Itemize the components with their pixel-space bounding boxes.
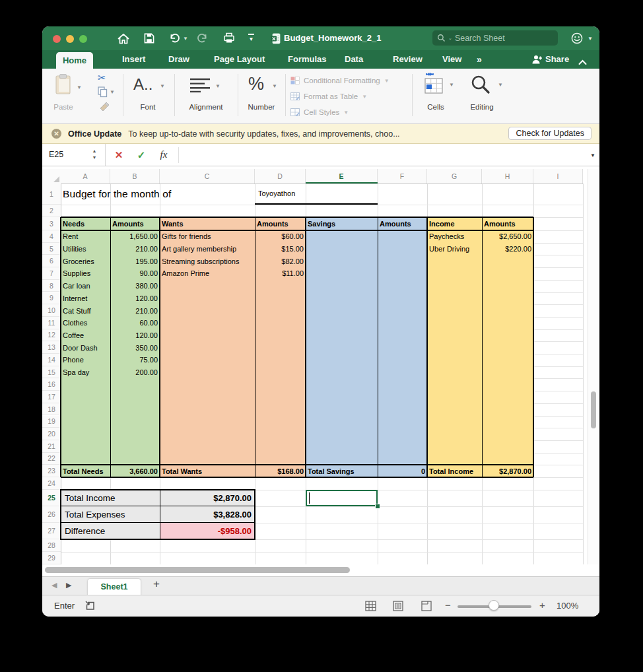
cell-B3[interactable]: Amounts [110, 217, 160, 230]
share-button[interactable]: Share [545, 50, 569, 69]
next-sheet-arrow[interactable]: ▶ [66, 581, 71, 589]
cell-C25[interactable]: $2,870.00 [160, 490, 255, 506]
row-header-29[interactable]: 29 [42, 552, 61, 564]
undo-icon[interactable] [169, 33, 181, 46]
cell-B11[interactable]: 60.00 [110, 317, 160, 329]
tab-view[interactable]: View [442, 50, 461, 69]
tab-data[interactable]: Data [345, 50, 363, 69]
minimize-window-button[interactable] [66, 35, 74, 43]
cell-A23[interactable]: Total Needs [61, 465, 110, 477]
zoom-slider-knob[interactable] [489, 600, 499, 611]
cell-A10[interactable]: Cat Stuff [61, 304, 110, 317]
row-header-19[interactable]: 19 [42, 416, 61, 428]
zoom-in-button[interactable]: + [539, 599, 545, 611]
font-icon[interactable]: A.. [133, 75, 152, 94]
cell-B5[interactable]: 210.00 [110, 243, 160, 255]
column-header-I[interactable]: I [533, 169, 583, 184]
tab-page-layout[interactable]: Page Layout [214, 50, 265, 69]
row-header-10[interactable]: 10 [42, 304, 61, 317]
check-for-updates-button[interactable]: Check for Updates [508, 127, 592, 140]
cell-A6[interactable]: Groceries [61, 255, 110, 267]
number-icon[interactable]: % [248, 74, 264, 94]
row-header-27[interactable]: 27 [42, 523, 61, 539]
cut-icon[interactable]: ✂ [98, 72, 106, 84]
row-header-8[interactable]: 8 [42, 280, 61, 292]
row-header-16[interactable]: 16 [42, 378, 61, 391]
zoom-level[interactable]: 100% [557, 601, 578, 611]
cell-G23[interactable]: Total Income [427, 465, 482, 477]
cell-B4[interactable]: 1,650.00 [110, 230, 160, 243]
cell-G4[interactable]: Paychecks [427, 230, 482, 243]
normal-view-icon[interactable] [365, 601, 376, 614]
format-as-table-button[interactable]: Format as Table ▼ [290, 90, 409, 103]
cell-A8[interactable]: Car loan [61, 280, 110, 292]
cell-A7[interactable]: Supplies [61, 267, 110, 280]
add-sheet-button[interactable]: + [153, 578, 160, 591]
font-dropdown-caret[interactable]: ▼ [160, 83, 165, 89]
alignment-icon[interactable] [189, 78, 211, 95]
toolbar-overflow-icon[interactable]: ▼ [248, 34, 254, 42]
tabs-overflow-chevron[interactable]: » [477, 50, 482, 69]
cell-D7[interactable]: $11.00 [255, 267, 306, 280]
update-bar-close-icon[interactable]: ✕ [51, 129, 61, 139]
cell-B10[interactable]: 210.00 [110, 304, 160, 317]
row-header-2[interactable]: 2 [42, 205, 61, 217]
cell-B14[interactable]: 75.00 [110, 354, 160, 366]
row-header-25[interactable]: 25 [42, 490, 61, 506]
cell-E3[interactable]: Savings [306, 217, 378, 230]
number-dropdown-caret[interactable]: ▼ [272, 83, 277, 89]
undo-dropdown-caret[interactable]: ▼ [183, 36, 188, 42]
cell-A5[interactable]: Utilities [61, 243, 110, 255]
feedback-dropdown-caret[interactable]: ▼ [588, 36, 593, 42]
cell-H23[interactable]: $2,870.00 [482, 465, 533, 477]
column-header-F[interactable]: F [378, 169, 427, 184]
alignment-dropdown-caret[interactable]: ▼ [215, 83, 220, 89]
fill-handle[interactable] [375, 504, 380, 509]
vertical-scrollbar[interactable] [588, 169, 598, 564]
confirm-entry-button[interactable]: ✓ [133, 144, 149, 166]
tab-draw[interactable]: Draw [168, 50, 189, 69]
cell-C5[interactable]: Art gallery membership [160, 243, 255, 255]
cells-icon[interactable] [424, 73, 446, 99]
cell-D1[interactable]: Toyoyathon [255, 184, 378, 205]
insert-function-button[interactable]: fx [156, 144, 172, 166]
row-header-22[interactable]: 22 [42, 453, 61, 465]
search-sheet-field[interactable]: ⌄ Search Sheet [432, 30, 558, 46]
zoom-window-button[interactable] [79, 35, 87, 43]
close-window-button[interactable] [53, 35, 61, 43]
cell-C6[interactable]: Streaming subscriptions [160, 255, 255, 267]
cancel-entry-button[interactable]: ✕ [111, 144, 127, 166]
editing-dropdown-caret[interactable]: ▼ [498, 82, 503, 88]
column-header-H[interactable]: H [482, 169, 533, 184]
feedback-smiley-icon[interactable] [570, 32, 584, 48]
cell-A4[interactable]: Rent [61, 230, 110, 243]
cell-styles-button[interactable]: Cell Styles ▼ [290, 106, 409, 119]
sheet-tab-sheet1[interactable]: Sheet1 [87, 578, 141, 595]
selected-cell-E25[interactable] [306, 490, 378, 506]
row-header-26[interactable]: 26 [42, 506, 61, 523]
cell-B9[interactable]: 120.00 [110, 292, 160, 305]
cell-A13[interactable]: Door Dash [61, 341, 110, 354]
formula-input[interactable] [181, 144, 581, 166]
collapse-ribbon-chevron[interactable] [578, 56, 587, 68]
row-header-23[interactable]: 23 [42, 465, 61, 477]
format-painter-icon[interactable] [99, 102, 110, 115]
cell-D5[interactable]: $15.00 [255, 243, 306, 255]
cell-D3[interactable]: Amounts [255, 217, 306, 230]
row-header-20[interactable]: 20 [42, 428, 61, 440]
cell-B12[interactable]: 120.00 [110, 329, 160, 342]
cell-A12[interactable]: Coffee [61, 329, 110, 342]
cell-A1[interactable]: Budget for the month of [61, 184, 255, 205]
cell-G3[interactable]: Income [427, 217, 482, 230]
cell-A3[interactable]: Needs [61, 217, 110, 230]
cell-C4[interactable]: Gifts for friends [160, 230, 255, 243]
row-header-7[interactable]: 7 [42, 267, 61, 280]
copy-icon[interactable] [98, 86, 108, 100]
column-header-C[interactable]: C [160, 169, 255, 184]
cell-A26[interactable]: Total Expenses [61, 506, 160, 523]
cell-C27[interactable]: -$958.00 [160, 523, 255, 539]
formula-bar-expand-caret[interactable]: ▼ [590, 152, 595, 158]
cell-H5[interactable]: $220.00 [482, 243, 533, 255]
column-header-B[interactable]: B [110, 169, 160, 184]
row-header-14[interactable]: 14 [42, 354, 61, 366]
